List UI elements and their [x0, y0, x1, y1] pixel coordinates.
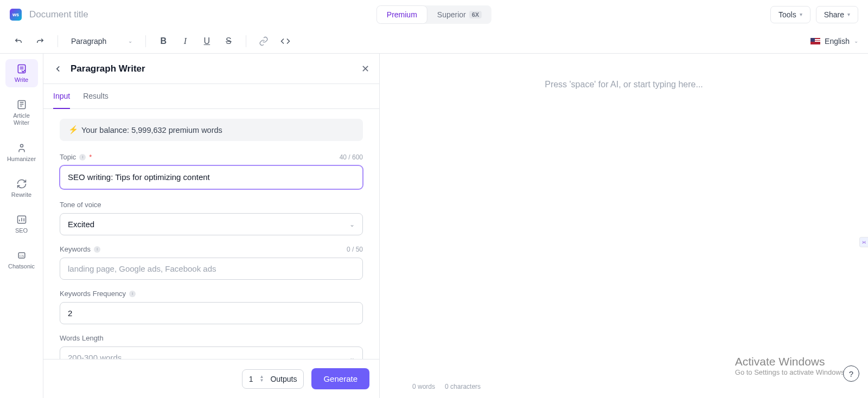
us-flag-icon: [810, 38, 820, 44]
article-icon: [16, 99, 27, 110]
generate-button[interactable]: Generate: [311, 368, 369, 389]
top-right-actions: Tools ▾ Share ▾: [770, 6, 858, 23]
sidebar-item-humanizer[interactable]: Humanizer: [5, 138, 38, 166]
tools-label: Tools: [778, 10, 796, 19]
toolbar-divider: [145, 35, 146, 47]
language-selector[interactable]: English ⌄: [810, 37, 858, 46]
code-button[interactable]: [277, 33, 294, 50]
language-label: English: [825, 37, 850, 46]
field-frequency: Keywords Frequency i: [60, 290, 363, 324]
top-bar: ws Document title Premium Superior 6X To…: [0, 0, 868, 29]
field-tone: Tone of voice Excited ⌄: [60, 201, 363, 235]
seo-icon: [16, 214, 27, 225]
topic-label: Topic i *: [60, 153, 92, 161]
sidebar-item-label: Write: [15, 76, 28, 83]
bold-button[interactable]: B: [155, 33, 172, 50]
editor-status: 0 words 0 characters: [412, 383, 481, 390]
chevron-down-icon: ▾: [800, 11, 802, 17]
field-keywords: Keywords i 0 / 50: [60, 245, 363, 280]
editor-placeholder: Press 'space' for AI, or start typing he…: [412, 80, 835, 89]
tone-value: Excited: [68, 220, 94, 229]
help-button[interactable]: ?: [843, 365, 859, 382]
info-icon: i: [129, 291, 136, 297]
panel-collapse-handle[interactable]: ›‹: [859, 237, 868, 247]
left-sidebar: Write Article Writer Humanizer Rewrite S…: [0, 54, 43, 398]
sidebar-item-label: Humanizer: [7, 156, 36, 162]
info-icon: i: [79, 154, 86, 161]
word-count: 0 words: [412, 383, 435, 390]
info-icon: i: [94, 246, 100, 253]
write-icon: [16, 63, 27, 74]
underline-button[interactable]: U: [198, 33, 215, 50]
balance-text: Your balance: 5,999,632 premium words: [81, 126, 222, 134]
outputs-stepper[interactable]: 1 ▲▼ Outputs: [242, 369, 304, 389]
italic-button[interactable]: I: [176, 33, 194, 50]
humanizer-icon: [16, 143, 27, 153]
document-editor[interactable]: Press 'space' for AI, or start typing he…: [380, 54, 868, 398]
length-label: Words Length: [60, 334, 104, 342]
sidebar-item-label: SEO: [15, 227, 28, 234]
document-title[interactable]: Document title: [29, 9, 88, 20]
editor-toolbar: Paragraph ⌄ B I U S English ⌄: [0, 29, 868, 53]
strikethrough-button[interactable]: S: [220, 33, 237, 50]
frequency-input[interactable]: [60, 302, 363, 324]
link-button[interactable]: [255, 33, 272, 50]
tab-input[interactable]: Input: [53, 84, 70, 109]
plan-superior-label: Superior: [437, 10, 466, 19]
plan-tab-superior[interactable]: Superior 6X: [427, 5, 492, 24]
tone-select[interactable]: Excited ⌄: [60, 213, 363, 235]
panel-footer: 1 ▲▼ Outputs Generate: [43, 359, 379, 398]
chevron-down-icon: ⌄: [349, 354, 355, 360]
tone-label: Tone of voice: [60, 201, 101, 209]
keywords-input[interactable]: [60, 258, 363, 280]
keywords-label: Keywords i: [60, 245, 100, 253]
chevron-down-icon: ⌄: [854, 38, 858, 44]
length-select[interactable]: 200-300 words ⌄: [60, 346, 363, 359]
sidebar-item-seo[interactable]: SEO: [5, 210, 38, 238]
undo-button[interactable]: [10, 33, 27, 50]
tools-button[interactable]: Tools ▾: [770, 6, 810, 23]
length-value: 200-300 words: [68, 353, 122, 359]
stepper-arrows-icon[interactable]: ▲▼: [260, 375, 264, 382]
block-type-select[interactable]: Paragraph ⌄: [67, 35, 137, 48]
tab-results[interactable]: Results: [83, 84, 108, 109]
char-count: 0 characters: [445, 383, 481, 390]
rewrite-icon: [16, 178, 27, 189]
chevron-down-icon: ⌄: [128, 38, 132, 44]
main-area: Write Article Writer Humanizer Rewrite S…: [0, 53, 868, 398]
sidebar-item-write[interactable]: Write: [5, 59, 38, 87]
toolbar-divider: [246, 35, 246, 47]
outputs-label: Outputs: [270, 375, 297, 383]
sidebar-item-chatsonic[interactable]: CS Chatsonic: [5, 246, 38, 274]
sidebar-item-label: Chatsonic: [8, 263, 35, 269]
share-button[interactable]: Share ▾: [816, 6, 858, 23]
svg-text:CS: CS: [19, 254, 23, 258]
keywords-counter: 0 / 50: [347, 246, 363, 253]
sidebar-item-label: Article Writer: [5, 112, 38, 126]
sidebar-item-rewrite[interactable]: Rewrite: [5, 174, 38, 202]
field-topic: Topic i * 40 / 600: [60, 153, 363, 191]
balance-banner: ⚡ Your balance: 5,999,632 premium words: [60, 119, 363, 141]
svg-rect-1: [18, 101, 25, 109]
bolt-icon: ⚡: [68, 125, 78, 134]
sidebar-item-label: Rewrite: [11, 191, 31, 198]
back-button[interactable]: [53, 64, 63, 74]
chatsonic-icon: CS: [16, 250, 27, 261]
chevron-down-icon: ▾: [847, 11, 850, 17]
panel-close-button[interactable]: ✕: [361, 63, 369, 75]
field-length: Words Length 200-300 words ⌄: [60, 334, 363, 359]
redo-button[interactable]: [31, 33, 49, 50]
panel-body: ⚡ Your balance: 5,999,632 premium words …: [43, 109, 379, 359]
topic-input[interactable]: [60, 165, 363, 189]
panel-tabs: Input Results: [43, 84, 379, 109]
topic-counter: 40 / 600: [340, 153, 363, 161]
panel-title: Paragraph Writer: [71, 63, 145, 74]
toolbar-divider: [58, 35, 58, 47]
plan-tab-premium[interactable]: Premium: [376, 5, 427, 24]
plan-switcher: Premium Superior 6X: [376, 5, 492, 24]
block-type-value: Paragraph: [71, 37, 106, 46]
panel-header: Paragraph Writer ✕: [43, 54, 379, 84]
outputs-count: 1: [249, 375, 253, 383]
share-label: Share: [824, 10, 844, 19]
sidebar-item-article-writer[interactable]: Article Writer: [5, 95, 38, 131]
